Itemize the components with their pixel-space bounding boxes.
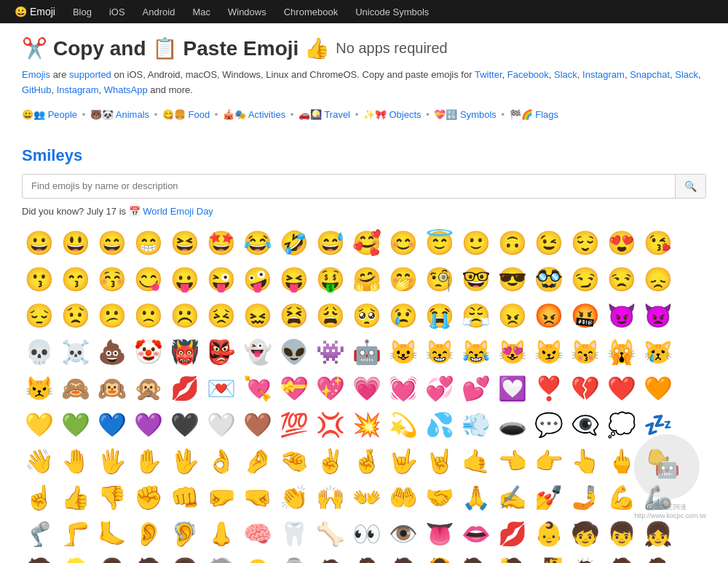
- emoji-item[interactable]: 🖕: [604, 444, 639, 479]
- emoji-item[interactable]: 💕: [459, 371, 494, 406]
- emoji-item[interactable]: 👄: [459, 516, 494, 551]
- emoji-item[interactable]: 😺: [386, 335, 421, 370]
- emoji-item[interactable]: 🦶: [95, 516, 130, 551]
- emoji-item[interactable]: 🤌: [240, 444, 275, 479]
- emoji-item[interactable]: 🙃: [495, 225, 530, 260]
- emoji-item[interactable]: 😙: [58, 262, 93, 297]
- emoji-item[interactable]: 😤: [459, 298, 494, 333]
- world-emoji-day-link[interactable]: World Emoji Day: [143, 206, 213, 217]
- emoji-item[interactable]: 😇: [422, 225, 457, 260]
- category-animals[interactable]: Animals: [116, 109, 149, 120]
- category-travel[interactable]: Travel: [324, 109, 350, 120]
- emoji-item[interactable]: 🙊: [131, 371, 166, 406]
- nav-blog[interactable]: Blog: [73, 7, 92, 17]
- emoji-item[interactable]: 🙎: [349, 553, 384, 563]
- emoji-item[interactable]: 💘: [240, 371, 275, 406]
- emoji-item[interactable]: 🤪: [240, 262, 275, 297]
- emoji-item[interactable]: 👏: [277, 480, 312, 515]
- emoji-item[interactable]: 👅: [422, 516, 457, 551]
- emoji-item[interactable]: 😉: [531, 225, 566, 260]
- emoji-item[interactable]: ☹️: [167, 298, 202, 333]
- emoji-item[interactable]: 😜: [204, 262, 239, 297]
- emoji-item[interactable]: 🤙: [459, 444, 494, 479]
- emoji-item[interactable]: 👂: [131, 516, 166, 551]
- emoji-item[interactable]: 😂: [240, 225, 275, 260]
- emoji-item[interactable]: 😃: [58, 225, 93, 260]
- emoji-item[interactable]: 👱: [58, 553, 93, 563]
- emoji-item[interactable]: 👀: [349, 516, 384, 551]
- emoji-item[interactable]: 🤍: [204, 407, 239, 442]
- emoji-item[interactable]: 🤏: [277, 444, 312, 479]
- emoji-item[interactable]: 🙆: [422, 553, 457, 563]
- emoji-item[interactable]: 👩: [167, 553, 202, 563]
- emoji-item[interactable]: 💙: [95, 407, 130, 442]
- emoji-item[interactable]: 🤚: [58, 444, 93, 479]
- emoji-item[interactable]: 🤭: [386, 262, 421, 297]
- emoji-item[interactable]: ✌️: [313, 444, 348, 479]
- emoji-item[interactable]: 💔: [568, 371, 603, 406]
- emoji-item[interactable]: ❤️: [604, 371, 639, 406]
- emoji-item[interactable]: 😞: [641, 262, 676, 297]
- emoji-item[interactable]: ✍️: [495, 480, 530, 515]
- emoji-item[interactable]: 💩: [95, 335, 130, 370]
- emoji-item[interactable]: 😍: [604, 225, 639, 260]
- emoji-item[interactable]: 🤝: [422, 480, 457, 515]
- nav-ios[interactable]: iOS: [109, 7, 125, 17]
- emoji-item[interactable]: 👶: [531, 516, 566, 551]
- emoji-item[interactable]: 😋: [131, 262, 166, 297]
- nav-unicode[interactable]: Unicode Symbols: [355, 7, 429, 17]
- emoji-item[interactable]: 💤: [641, 407, 676, 442]
- emoji-item[interactable]: 👿: [641, 298, 676, 333]
- emoji-item[interactable]: 👋: [22, 444, 57, 479]
- nav-brand[interactable]: 😀 Emoji: [15, 6, 55, 17]
- emoji-item[interactable]: 🙇: [568, 553, 603, 563]
- emoji-item[interactable]: 😼: [531, 335, 566, 370]
- emoji-item[interactable]: 🙁: [131, 298, 166, 333]
- emoji-item[interactable]: 🙏: [459, 480, 494, 515]
- emoji-item[interactable]: 🤜: [240, 480, 275, 515]
- emoji-item[interactable]: 👊: [167, 480, 202, 515]
- emoji-item[interactable]: 💓: [386, 371, 421, 406]
- emoji-item[interactable]: 👐: [349, 480, 384, 515]
- supported-link[interactable]: supported: [69, 69, 111, 80]
- emoji-item[interactable]: 😔: [22, 298, 57, 333]
- emoji-item[interactable]: ☠️: [58, 335, 93, 370]
- emoji-item[interactable]: 👁️‍🗨️: [568, 407, 603, 442]
- emoji-item[interactable]: 💚: [58, 407, 93, 442]
- emoji-item[interactable]: 🦷: [277, 516, 312, 551]
- twitter-link[interactable]: Twitter: [475, 69, 502, 80]
- emoji-item[interactable]: 🕳️: [495, 407, 530, 442]
- emoji-item[interactable]: 👉: [531, 444, 566, 479]
- emoji-item[interactable]: 😻: [495, 335, 530, 370]
- emoji-item[interactable]: 😟: [58, 298, 93, 333]
- emoji-item[interactable]: 👧: [641, 516, 676, 551]
- nav-android[interactable]: Android: [143, 7, 175, 17]
- emoji-item[interactable]: 💅: [531, 480, 566, 515]
- emoji-item[interactable]: 🙅: [386, 553, 421, 563]
- whatsapp-link[interactable]: WhatsApp: [104, 84, 148, 95]
- emoji-item[interactable]: 🧔: [131, 553, 166, 563]
- emoji-item[interactable]: 🙌: [313, 480, 348, 515]
- emoji-item[interactable]: 😅: [313, 225, 348, 260]
- search-input[interactable]: [23, 175, 675, 197]
- category-food[interactable]: Food: [189, 109, 210, 120]
- emoji-item[interactable]: 🦿: [22, 516, 57, 551]
- emoji-item[interactable]: 👈: [495, 444, 530, 479]
- nav-windows[interactable]: Windows: [228, 7, 266, 17]
- emoji-item[interactable]: 🤖: [349, 335, 384, 370]
- emoji-item[interactable]: 👾: [313, 335, 348, 370]
- emoji-item[interactable]: 😏: [568, 262, 603, 297]
- emoji-item[interactable]: 💫: [386, 407, 421, 442]
- emoji-item[interactable]: 💬: [531, 407, 566, 442]
- emoji-item[interactable]: 👽: [277, 335, 312, 370]
- emoji-item[interactable]: 🦾: [641, 480, 676, 515]
- instagram-link1[interactable]: Instagram: [582, 69, 625, 80]
- emoji-item[interactable]: 😭: [422, 298, 457, 333]
- emoji-item[interactable]: 💞: [422, 371, 457, 406]
- emoji-item[interactable]: 💢: [313, 407, 348, 442]
- emoji-item[interactable]: ✊: [131, 480, 166, 515]
- emoji-item[interactable]: 😀: [22, 225, 57, 260]
- emoji-item[interactable]: 👁️: [386, 516, 421, 551]
- emoji-item[interactable]: 🖖: [167, 444, 202, 479]
- emoji-item[interactable]: 🧏: [531, 553, 566, 563]
